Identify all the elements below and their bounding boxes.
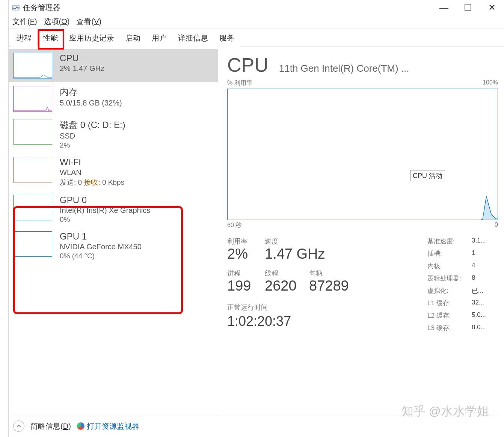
memory-thumbnail xyxy=(13,86,52,112)
sidebar-mem-title: 内存 xyxy=(60,86,122,98)
sidebar-disk-title: 磁盘 0 (C: D: E:) xyxy=(60,119,125,131)
sidebar-gpu1-pct: 0% (44 °C) xyxy=(60,252,142,260)
resource-monitor-link[interactable]: 打开资源监视器 xyxy=(77,421,139,431)
sidebar-wifi-title: Wi-Fi xyxy=(60,157,124,167)
spec-lp-val: 8 xyxy=(472,274,494,283)
sidebar-item-memory[interactable]: 内存 5.0/15.8 GB (32%) xyxy=(9,82,218,115)
proc-label: 进程 xyxy=(227,269,265,278)
y-axis-label: % 利用率 xyxy=(227,79,252,87)
spec-l2-label: L2 缓存: xyxy=(427,311,472,320)
menu-file[interactable]: 文件(F) xyxy=(11,15,39,28)
detail-heading: CPU xyxy=(227,54,269,76)
collapse-icon[interactable] xyxy=(13,420,24,432)
uptime-label: 正常运行时间 xyxy=(227,303,427,312)
sidebar-wifi-net: 发送: 0 接收: 0 Kbps xyxy=(60,178,124,187)
cpu-chart: CPU 活动 xyxy=(227,89,498,220)
close-button[interactable]: ✕ xyxy=(480,0,504,15)
util-label: 利用率 xyxy=(227,237,265,246)
spec-base-val: 3.1... xyxy=(472,237,494,246)
sidebar-disk-pct: 2% xyxy=(60,141,125,149)
spec-l1-label: L1 缓存: xyxy=(427,299,472,307)
sidebar-gpu0-title: GPU 0 xyxy=(60,195,150,205)
sidebar-cpu-sub: 2% 1.47 GHz xyxy=(60,64,104,73)
sidebar-gpu1-sub: NVIDIA GeForce MX450 xyxy=(60,243,142,251)
spec-virt-label: 虚拟化: xyxy=(427,286,472,295)
spec-cores-val: 4 xyxy=(472,262,494,270)
resource-monitor-icon xyxy=(77,422,85,430)
sidebar-item-disk[interactable]: 磁盘 0 (C: D: E:) SSD 2% xyxy=(9,115,218,153)
tab-services[interactable]: 服务 xyxy=(214,29,240,47)
proc-value: 199 xyxy=(227,278,265,294)
sidebar-gpu0-pct: 0% xyxy=(60,215,150,224)
spec-cores-label: 内核: xyxy=(427,262,472,270)
sidebar-item-cpu[interactable]: CPU 2% 1.47 GHz xyxy=(9,49,218,82)
cpu-model: 11th Gen Intel(R) Core(TM) ... xyxy=(279,63,409,74)
x-axis-zero: 0 xyxy=(495,222,498,229)
chart-tooltip: CPU 活动 xyxy=(410,170,445,181)
y-axis-max: 100% xyxy=(483,79,498,87)
sidebar-mem-sub: 5.0/15.8 GB (32%) xyxy=(60,99,122,107)
sidebar-disk-sub: SSD xyxy=(60,132,125,140)
tab-performance[interactable]: 性能 xyxy=(37,29,63,47)
tab-app-history[interactable]: 应用历史记录 xyxy=(63,29,120,47)
gpu0-thumbnail xyxy=(13,195,52,220)
spec-l3-val: 8.0... xyxy=(472,324,494,332)
sidebar-item-gpu1[interactable]: GPU 1 NVIDIA GeForce MX450 0% (44 °C) xyxy=(9,228,218,264)
titlebar: 任务管理器 xyxy=(9,0,504,15)
detail-pane: CPU 11th Gen Intel(R) Core(TM) ... % 利用率… xyxy=(218,47,504,416)
handle-label: 句柄 xyxy=(309,269,349,278)
task-manager-window: 任务管理器 — ☐ ✕ 文件(F) 选项(O) 查看(V) 进程 性能 应用历史… xyxy=(8,0,504,437)
handle-value: 87289 xyxy=(309,278,349,294)
x-axis-label: 60 秒 xyxy=(227,222,241,229)
tab-processes[interactable]: 进程 xyxy=(11,29,37,47)
sidebar-cpu-title: CPU xyxy=(60,53,104,63)
app-icon xyxy=(12,3,20,12)
spec-virt-val: 已... xyxy=(472,286,494,295)
spec-sockets-label: 插槽: xyxy=(427,249,472,258)
content-area: CPU 2% 1.47 GHz 内存 5.0/15.8 GB (32%) 磁盘 … xyxy=(9,47,504,416)
cpu-thumbnail xyxy=(13,53,52,78)
spec-l2-val: 5.0... xyxy=(472,311,494,320)
tab-details[interactable]: 详细信息 xyxy=(172,29,214,47)
tab-startup[interactable]: 启动 xyxy=(120,29,146,47)
simple-info-link[interactable]: 简略信息(D) xyxy=(30,421,71,431)
sidebar-wifi-sub: WLAN xyxy=(60,168,124,177)
menu-bar: 文件(F) 选项(O) 查看(V) xyxy=(9,15,504,29)
sidebar-item-gpu0[interactable]: GPU 0 Intel(R) Iris(R) Xe Graphics 0% xyxy=(9,191,218,228)
spec-sockets-val: 1 xyxy=(472,249,494,258)
util-value: 2% xyxy=(227,246,265,262)
maximize-button[interactable]: ☐ xyxy=(456,0,480,15)
window-controls: — ☐ ✕ xyxy=(432,0,504,15)
speed-value: 1.47 GHz xyxy=(265,246,325,262)
gpu1-thumbnail xyxy=(13,231,52,257)
sidebar-gpu1-title: GPU 1 xyxy=(60,231,142,242)
thread-label: 线程 xyxy=(265,269,309,278)
spec-l1-val: 32... xyxy=(472,299,494,307)
spec-base-label: 基准速度: xyxy=(427,237,472,246)
tab-users[interactable]: 用户 xyxy=(146,29,172,47)
disk-thumbnail xyxy=(13,119,52,145)
menu-view[interactable]: 查看(V) xyxy=(75,15,103,28)
tab-bar: 进程 性能 应用历史记录 启动 用户 详细信息 服务 xyxy=(9,29,504,47)
sidebar-item-wifi[interactable]: Wi-Fi WLAN 发送: 0 接收: 0 Kbps xyxy=(9,153,218,191)
watermark: 知乎 @水水学姐 xyxy=(401,403,489,420)
speed-label: 速度 xyxy=(265,237,325,246)
menu-options[interactable]: 选项(O) xyxy=(42,15,71,28)
wifi-thumbnail xyxy=(13,157,52,182)
sidebar-gpu0-sub: Intel(R) Iris(R) Xe Graphics xyxy=(60,206,150,215)
sidebar: CPU 2% 1.47 GHz 内存 5.0/15.8 GB (32%) 磁盘 … xyxy=(9,47,218,416)
minimize-button[interactable]: — xyxy=(432,0,456,15)
window-title: 任务管理器 xyxy=(23,3,60,13)
spec-lp-label: 逻辑处理器: xyxy=(427,274,472,283)
spec-l3-label: L3 缓存: xyxy=(427,324,472,332)
uptime-value: 1:02:20:37 xyxy=(227,313,427,329)
thread-value: 2620 xyxy=(265,278,309,294)
